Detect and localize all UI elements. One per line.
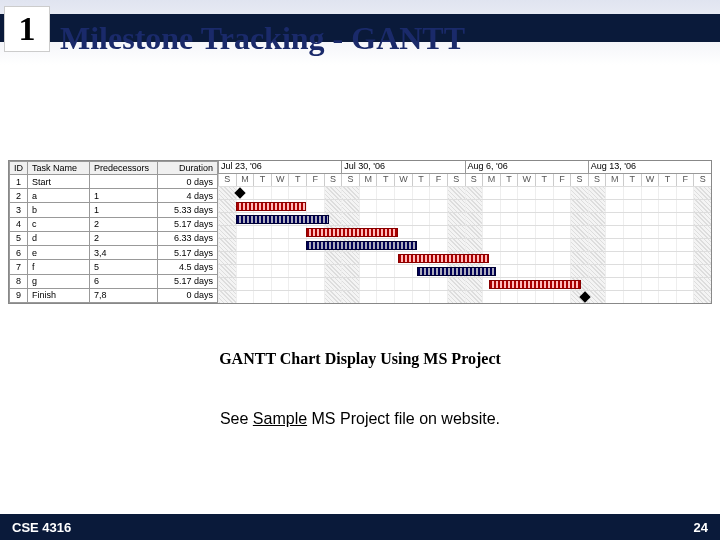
cell-id: 3 — [10, 203, 28, 217]
table-header-row: ID Task Name Predecessors Duration — [10, 162, 218, 175]
gantt-row — [218, 277, 711, 290]
table-row: 8g65.17 days — [10, 274, 218, 288]
day-label: S — [588, 174, 606, 186]
cell-id: 1 — [10, 175, 28, 189]
footer-bar: CSE 4316 24 — [0, 514, 720, 540]
cell-id: 4 — [10, 217, 28, 231]
week-label: Jul 23, '06 — [218, 161, 341, 173]
day-label: S — [465, 174, 483, 186]
day-label: M — [482, 174, 500, 186]
table-row: 4c25.17 days — [10, 217, 218, 231]
day-label: W — [517, 174, 535, 186]
gantt-row — [218, 251, 711, 264]
cell-dur: 0 days — [158, 175, 218, 189]
cell-pred: 5 — [90, 260, 158, 274]
sample-suffix: MS Project file on website. — [307, 410, 500, 427]
day-label: M — [359, 174, 377, 186]
day-label: F — [553, 174, 571, 186]
day-label: S — [324, 174, 342, 186]
chart-caption: GANTT Chart Display Using MS Project — [0, 350, 720, 368]
day-label: T — [376, 174, 394, 186]
cell-task: Finish — [28, 288, 90, 302]
day-label: F — [306, 174, 324, 186]
day-label: W — [271, 174, 289, 186]
day-label: T — [658, 174, 676, 186]
table-row: 9Finish7,80 days — [10, 288, 218, 302]
day-label: S — [341, 174, 359, 186]
gantt-row — [218, 290, 711, 303]
cell-task: c — [28, 217, 90, 231]
slide: 1 Milestone Tracking - GANTT ID Task Nam… — [0, 0, 720, 540]
col-pred: Predecessors — [90, 162, 158, 175]
cell-id: 2 — [10, 189, 28, 203]
gantt-bar — [306, 241, 417, 250]
week-label: Aug 6, '06 — [465, 161, 588, 173]
cell-pred: 1 — [90, 189, 158, 203]
cell-task: d — [28, 231, 90, 245]
cell-task: g — [28, 274, 90, 288]
footer-page: 24 — [694, 520, 708, 535]
task-table: ID Task Name Predecessors Duration 1Star… — [9, 161, 218, 303]
day-label: F — [429, 174, 447, 186]
day-label: T — [623, 174, 641, 186]
cell-task: e — [28, 246, 90, 260]
day-label: M — [605, 174, 623, 186]
table-row: 2a14 days — [10, 189, 218, 203]
col-task: Task Name — [28, 162, 90, 175]
cell-dur: 4 days — [158, 189, 218, 203]
cell-pred: 1 — [90, 203, 158, 217]
day-label: S — [218, 174, 236, 186]
cell-dur: 5.33 days — [158, 203, 218, 217]
day-label: T — [253, 174, 271, 186]
cell-id: 6 — [10, 246, 28, 260]
sample-link[interactable]: Sample — [253, 410, 307, 427]
day-label: F — [676, 174, 694, 186]
page-title: Milestone Tracking - GANTT — [60, 20, 465, 57]
gantt-bar — [417, 267, 496, 276]
gantt-bar — [489, 280, 581, 289]
day-label: T — [535, 174, 553, 186]
gantt-row — [218, 186, 711, 199]
cell-id: 7 — [10, 260, 28, 274]
cell-id: 8 — [10, 274, 28, 288]
cell-pred: 6 — [90, 274, 158, 288]
cell-dur: 0 days — [158, 288, 218, 302]
gantt-chart: ID Task Name Predecessors Duration 1Star… — [8, 160, 712, 304]
day-label: T — [500, 174, 518, 186]
gantt-bar — [306, 228, 398, 237]
day-label: W — [394, 174, 412, 186]
gantt-timeline: Jul 23, '06Jul 30, '06Aug 6, '06Aug 13, … — [218, 161, 711, 303]
day-label: W — [641, 174, 659, 186]
gantt-row — [218, 238, 711, 251]
day-label: S — [693, 174, 711, 186]
cell-pred — [90, 175, 158, 189]
gantt-bar — [236, 215, 329, 224]
cell-pred: 2 — [90, 217, 158, 231]
week-label: Aug 13, '06 — [588, 161, 711, 173]
col-dur: Duration — [158, 162, 218, 175]
table-row: 3b15.33 days — [10, 203, 218, 217]
slide-number-box: 1 — [4, 6, 50, 52]
footer-course: CSE 4316 — [12, 520, 71, 535]
cell-task: a — [28, 189, 90, 203]
table-row: 1Start0 days — [10, 175, 218, 189]
cell-task: f — [28, 260, 90, 274]
gantt-row — [218, 212, 711, 225]
cell-pred: 2 — [90, 231, 158, 245]
gantt-row — [218, 225, 711, 238]
gantt-bar — [398, 254, 490, 263]
cell-id: 5 — [10, 231, 28, 245]
cell-dur: 5.17 days — [158, 217, 218, 231]
cell-task: b — [28, 203, 90, 217]
cell-pred: 7,8 — [90, 288, 158, 302]
sample-line: See Sample MS Project file on website. — [0, 410, 720, 428]
day-label: T — [288, 174, 306, 186]
cell-dur: 6.33 days — [158, 231, 218, 245]
gantt-bar — [236, 202, 306, 211]
cell-pred: 3,4 — [90, 246, 158, 260]
table-row: 6e3,45.17 days — [10, 246, 218, 260]
table-row: 7f54.5 days — [10, 260, 218, 274]
col-id: ID — [10, 162, 28, 175]
cell-id: 9 — [10, 288, 28, 302]
gantt-row — [218, 199, 711, 212]
